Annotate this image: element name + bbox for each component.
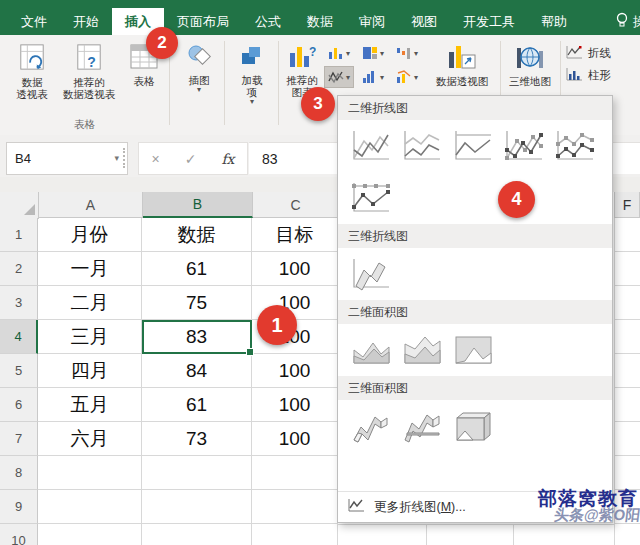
cell-B4[interactable]: 83: [142, 320, 252, 354]
menu-icon-area-3d[interactable]: [346, 406, 392, 446]
cell-B10[interactable]: [142, 524, 252, 545]
cell-B6[interactable]: 61: [142, 388, 252, 422]
insert-function-button[interactable]: fx: [221, 151, 234, 167]
caret-icon: ▾: [380, 74, 384, 81]
cell-C10[interactable]: [252, 524, 338, 545]
cell-B3[interactable]: 75: [142, 286, 252, 320]
recommended-pivot-button[interactable]: ? 推荐的 数据透视表: [58, 43, 120, 100]
cell-A8[interactable]: [38, 456, 142, 490]
cell-A2[interactable]: 一月: [38, 252, 142, 286]
menu-icon-stacked-line[interactable]: [397, 126, 443, 166]
insert-column-chart-button[interactable]: ▾: [324, 42, 354, 64]
cell-B5[interactable]: 84: [142, 354, 252, 388]
tab-5[interactable]: 公式: [242, 8, 294, 35]
tab-7[interactable]: 审阅: [346, 8, 398, 35]
menu-icon-pct-stacked-area-3d[interactable]: [448, 406, 494, 446]
menu-icon-stacked-area[interactable]: [397, 330, 443, 370]
cell-A9[interactable]: [38, 490, 142, 524]
addins-button[interactable]: 加载 项 ▾: [230, 43, 274, 105]
menu-icon-area[interactable]: [346, 330, 392, 370]
tab-10[interactable]: 帮助: [528, 8, 580, 35]
column-header-B[interactable]: B: [143, 192, 253, 218]
grid-rows: 1月份数据目标2一月611003二月751004三月831005四月841006…: [0, 218, 338, 545]
pivot-chart-button[interactable]: 数据透视图: [430, 43, 494, 87]
tab-2[interactable]: 开始: [60, 8, 112, 35]
cell-A4[interactable]: 三月: [38, 320, 142, 354]
insert-line-chart-button[interactable]: ▾: [324, 66, 354, 88]
menu-icon-row: [338, 172, 612, 224]
recommended-charts-icon: ?: [288, 43, 316, 71]
cell-C9[interactable]: [252, 490, 338, 524]
caret-icon: ▾: [346, 50, 350, 57]
cell-C1[interactable]: 目标: [252, 218, 338, 252]
sparkline-column-icon: [566, 67, 583, 84]
menu-icon-line-3d[interactable]: [346, 254, 392, 294]
map-3d-button[interactable]: 三维地图: [504, 43, 556, 87]
tab-6[interactable]: 数据: [294, 8, 346, 35]
row-header-10[interactable]: 10: [0, 524, 38, 545]
name-box[interactable]: B4 ▾: [6, 142, 128, 175]
row-header-7[interactable]: 7: [0, 422, 38, 456]
select-all-corner[interactable]: [0, 192, 39, 219]
column-header-F[interactable]: F: [614, 192, 640, 218]
cancel-button[interactable]: ×: [152, 151, 160, 167]
cell-C6[interactable]: 100: [252, 388, 338, 422]
menu-icon-line[interactable]: [346, 126, 392, 166]
row-header-9[interactable]: 9: [0, 490, 38, 524]
row-header-4[interactable]: 4: [0, 320, 38, 354]
insert-waterfall-chart-button[interactable]: ▾: [392, 42, 422, 64]
cell-C2[interactable]: 100: [252, 252, 338, 286]
cell-C8[interactable]: [252, 456, 338, 490]
menu-icon-stacked-line-markers[interactable]: [550, 126, 596, 166]
menu-icon-pct-stacked-line[interactable]: [448, 126, 494, 166]
insert-hierarchy-chart-button[interactable]: ▾: [358, 42, 388, 64]
grid-row-7: 7六月73100: [0, 422, 338, 456]
callout-step-1: 1: [257, 305, 297, 345]
column-header-A[interactable]: A: [39, 192, 143, 218]
insert-statistic-chart-button[interactable]: ▾: [358, 66, 388, 88]
row-header-3[interactable]: 3: [0, 286, 38, 320]
grid-row-8: 8: [0, 456, 338, 490]
tell-me-search[interactable]: 操: [616, 8, 640, 35]
cell-A6[interactable]: 五月: [38, 388, 142, 422]
cell-B9[interactable]: [142, 490, 252, 524]
caret-icon: ▾: [346, 74, 350, 81]
more-line-charts-icon: [347, 498, 365, 516]
map-3d-label: 三维地图: [509, 75, 551, 87]
pivot-table-button[interactable]: 数据 透视表: [8, 43, 56, 100]
cell-B2[interactable]: 61: [142, 252, 252, 286]
cell-A10[interactable]: [38, 524, 142, 545]
cell-C7[interactable]: 100: [252, 422, 338, 456]
illustrations-icon: [185, 43, 213, 71]
cell-A3[interactable]: 二月: [38, 286, 142, 320]
menu-icon-pct-stacked-area[interactable]: [448, 330, 494, 370]
sparkline-column-button[interactable]: 柱形: [566, 67, 611, 84]
insert-combo-chart-button[interactable]: ▾: [392, 66, 422, 88]
column-header-C[interactable]: C: [253, 192, 339, 218]
menu-icon-stacked-area-3d[interactable]: [397, 406, 443, 446]
recommended-pivot-label: 推荐的 数据透视表: [63, 76, 116, 100]
menu-icon-pct-stacked-line-markers[interactable]: [346, 178, 392, 218]
tab-1[interactable]: 文件: [8, 8, 60, 35]
tab-4[interactable]: 页面布局: [164, 8, 242, 35]
tab-9[interactable]: 开发工具: [450, 8, 528, 35]
cell-B7[interactable]: 73: [142, 422, 252, 456]
cell-A1[interactable]: 月份: [38, 218, 142, 252]
row-header-8[interactable]: 8: [0, 456, 38, 490]
row-header-2[interactable]: 2: [0, 252, 38, 286]
cell-B8[interactable]: [142, 456, 252, 490]
row-header-1[interactable]: 1: [0, 218, 38, 252]
group-separator: [278, 41, 279, 125]
enter-button[interactable]: ✓: [185, 151, 197, 167]
cell-A7[interactable]: 六月: [38, 422, 142, 456]
menu-icon-line-markers[interactable]: [499, 126, 545, 166]
cell-C5[interactable]: 100: [252, 354, 338, 388]
addins-label: 加载 项: [242, 74, 263, 98]
cell-B1[interactable]: 数据: [142, 218, 252, 252]
illustrations-button[interactable]: 插图 ▾: [176, 43, 222, 93]
cell-A5[interactable]: 四月: [38, 354, 142, 388]
row-header-5[interactable]: 5: [0, 354, 38, 388]
sparkline-line-button[interactable]: 折线: [566, 45, 611, 62]
tab-8[interactable]: 视图: [398, 8, 450, 35]
row-header-6[interactable]: 6: [0, 388, 38, 422]
